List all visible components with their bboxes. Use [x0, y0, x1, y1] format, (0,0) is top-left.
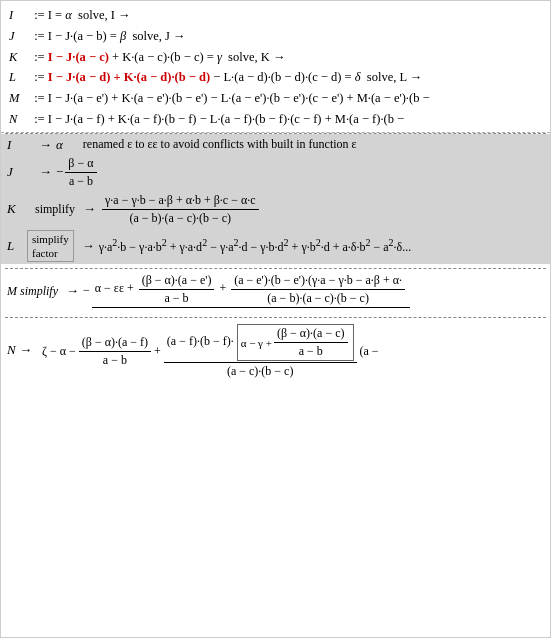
result-L-value: γ·a2·b − γ·a·b2 + γ·a·d2 − γ·a2·d − γ·b·… [99, 237, 412, 255]
eq-N-row: N := I − J·(a − f) + K·(a − f)·(b − f) −… [9, 109, 542, 130]
result-K-denominator: (a − b)·(a − c)·(b − c) [126, 210, 234, 226]
result-M-big-num: α − εε + (β − α)·(a − e') a − b + (a − e… [92, 273, 410, 308]
result-N-f1-num: (β − α)·(a − f) [79, 335, 151, 352]
result-J-fraction: β − α a − b [65, 156, 96, 189]
eq-J-row: J := I − J·(a − b) = β solve, J → [9, 26, 542, 47]
results-section: I → α renamed ε to εε to avoid conflicts… [1, 134, 550, 265]
result-I-arrow: → [39, 137, 52, 153]
result-M-expr: − α − εε + (β − α)·(a − e') a − b + (a −… [83, 273, 412, 309]
result-N-inner-num: (β − α)·(a − c) [274, 326, 348, 343]
result-K-numerator: γ·a − γ·b − a·β + α·b + β·c − α·c [102, 193, 259, 210]
result-M-term1-frac: (β − α)·(a − e') a − b [139, 273, 215, 306]
result-N-f1-den: a − b [100, 352, 130, 368]
result-K-fraction: γ·a − γ·b − a·β + α·b + β·c − α·c (a − b… [102, 193, 259, 226]
result-J-denominator: a − b [66, 173, 96, 189]
eq-K-label: K [9, 48, 31, 67]
result-I-label: I [7, 137, 35, 153]
result-M-t2-num: (a − e')·(b − e')·(γ·a − γ·b − a·β + α· [231, 273, 405, 290]
result-K-arrow: → [83, 201, 96, 217]
eq-M-def: := I − J·(a − e') + K·(a − e')·(b − e') … [31, 89, 430, 108]
result-M-t2-den: (a − b)·(a − c)·(b − c) [264, 290, 372, 306]
result-M-main-frac: α − εε + (β − α)·(a − e') a − b + (a − e… [92, 273, 410, 309]
result-M-t1-den: a − b [162, 290, 192, 306]
eq-J-def: := I − J·(a − b) = β solve, J → [31, 27, 186, 46]
eq-N-label: N [9, 110, 31, 129]
result-N-block: N → ζ − α − (β − α)·(a − f) a − b + (a −… [1, 318, 550, 387]
simplify-label: simplify [32, 232, 69, 246]
eq-N-def: := I − J·(a − f) + K·(a − f)·(b − f) − L… [31, 110, 404, 129]
eq-I-def: := I = α solve, I → [31, 6, 131, 25]
eq-M-row: M := I − J·(a − e') + K·(a − e')·(b − e'… [9, 88, 542, 109]
factor-label: factor [32, 246, 69, 260]
eq-I-row: I := I = α solve, I → [9, 5, 542, 26]
result-N-expr: ζ − α − (β − α)·(a − f) a − b + (a − f)·… [42, 324, 379, 379]
eq-I-label: I [9, 6, 31, 25]
result-J-arrow: → [39, 164, 52, 180]
main-container: I := I = α solve, I → J := I − J·(a − b)… [0, 0, 551, 638]
result-L-row: L simplify factor → γ·a2·b − γ·a·b2 + γ·… [1, 228, 550, 265]
result-N-plus: + [154, 344, 161, 359]
result-N-inner-frac: (β − α)·(a − c) a − b [274, 326, 348, 359]
result-J-row: J → − β − α a − b [1, 154, 550, 191]
eq-M-label: M [9, 89, 31, 108]
result-N-frac2: (a − f)·(b − f)· α − γ + (β − α)·(a − c)… [164, 324, 357, 379]
eq-J-label: J [9, 27, 31, 46]
eq-L-def: := I − J·(a − d) + K·(a − d)·(b − d) − L… [31, 68, 422, 87]
result-N-inner-den: a − b [296, 343, 326, 359]
result-M-arrow: → [66, 283, 79, 299]
result-K-row: K simplify → γ·a − γ·b − a·β + α·b + β·c… [1, 191, 550, 228]
result-I-row: I → α renamed ε to εε to avoid conflicts… [1, 134, 550, 154]
result-L-arrow: → [82, 238, 95, 254]
result-M-t1-num: (β − α)·(a − e') [139, 273, 215, 290]
eq-L-row: L := I − J·(a − d) + K·(a − d)·(b − d) −… [9, 67, 542, 88]
result-N-trailing: (a − [360, 344, 379, 359]
result-K-label: K [7, 201, 35, 217]
result-J-label: J [7, 164, 35, 180]
result-N-bracket-expr: α − γ + (β − α)·(a − c) a − b [237, 324, 354, 361]
eq-L-label: L [9, 68, 31, 87]
result-N-row: N → ζ − α − (β − α)·(a − f) a − b + (a −… [7, 324, 544, 379]
result-N-f2-den: (a − c)·(b − c) [224, 363, 297, 379]
result-N-frac1: (β − α)·(a − f) a − b [79, 335, 151, 368]
eq-K-def: := I − J·(a − c) + K·(a − c)·(b − c) = γ… [31, 48, 285, 67]
result-M-row: M simplify → − α − εε + (β − α)·(a − e')… [7, 273, 544, 309]
renamed-note: renamed ε to εε to avoid conflicts with … [83, 137, 357, 152]
result-M-label-simplify: M simplify [7, 284, 62, 299]
eq-K-row: K := I − J·(a − c) + K·(a − c)·(b − c) =… [9, 47, 542, 68]
result-N-label: N → [7, 324, 42, 358]
equation-definitions: I := I = α solve, I → J := I − J·(a − b)… [1, 1, 550, 133]
result-N-part1: ζ − α − [42, 344, 76, 359]
result-J-value: − [56, 164, 63, 180]
result-K-simplify: simplify [35, 202, 75, 217]
result-M-term2-frac: (a − e')·(b − e')·(γ·a − γ·b − a·β + α· … [231, 273, 405, 306]
result-I-value: α [56, 137, 63, 153]
result-N-f2-num: (a − f)·(b − f)· α − γ + (β − α)·(a − c)… [164, 324, 357, 363]
result-M-block: M simplify → − α − εε + (β − α)·(a − e')… [1, 269, 550, 317]
result-L-label: L [7, 238, 27, 254]
result-J-numerator: β − α [65, 156, 96, 173]
simplify-factor-box: simplify factor [27, 230, 74, 263]
